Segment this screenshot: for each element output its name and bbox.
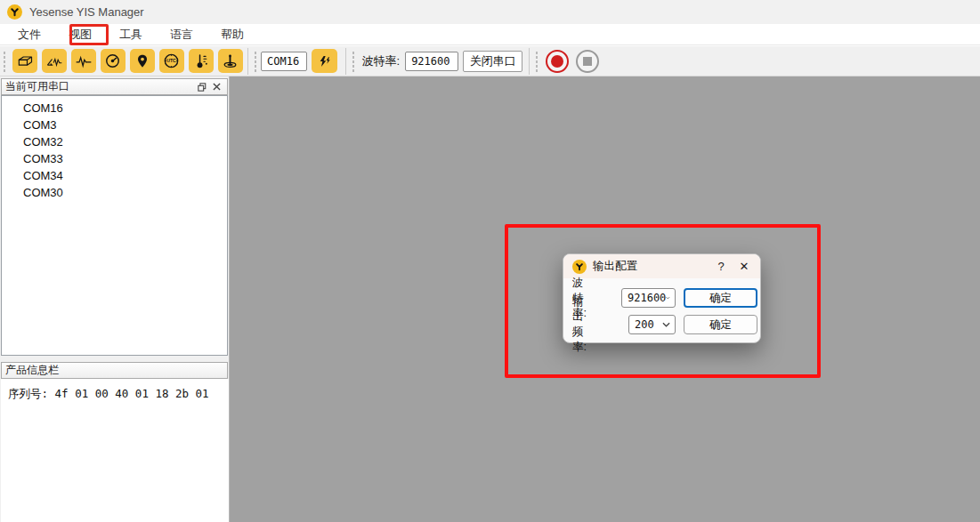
menu-view[interactable]: 视图 — [59, 24, 101, 45]
list-item[interactable]: COM33 — [2, 150, 227, 167]
menu-bar: 文件 视图 工具 语言 帮助 — [0, 24, 980, 45]
dialog-logo-icon — [572, 260, 587, 274]
temperature-icon[interactable] — [189, 49, 214, 73]
toolbar-grip[interactable] — [253, 50, 258, 73]
menu-file[interactable]: 文件 — [8, 24, 51, 45]
stop-button[interactable] — [576, 50, 599, 73]
app-window: Yesense YIS Manager 文件 视图 工具 语言 帮助 — [0, 0, 980, 522]
product-info-body: 序列号: 4f 01 00 40 01 18 2b 01 软件版本号： YIS3… — [1, 379, 229, 522]
close-panel-icon[interactable] — [209, 81, 223, 93]
dialog-output-rate-select[interactable]: 200 — [628, 315, 676, 334]
dialog-title-bar[interactable]: 输出配置 ? ✕ — [563, 254, 760, 278]
refresh-ports-button[interactable] — [312, 49, 337, 73]
toolbar-grip[interactable] — [2, 50, 7, 73]
list-item[interactable]: COM32 — [2, 133, 227, 150]
window-title: Yesense YIS Manager — [29, 5, 144, 19]
product-info-title: 产品信息栏 — [5, 363, 59, 378]
utc-clock-icon[interactable]: UTC — [159, 49, 184, 73]
chevron-down-icon — [666, 295, 670, 301]
toolbar-separator — [247, 48, 248, 75]
toolbar: UTC C — [0, 45, 980, 76]
baud-rate-label: 波特率: — [362, 53, 401, 69]
toolbar-separator — [345, 48, 346, 75]
serial-ports-panel: 当前可用串口 COM16 COM3 COM32 COM33 COM34 COM3… — [0, 76, 230, 522]
dialog-title: 输出配置 — [593, 259, 707, 274]
float-panel-icon[interactable] — [195, 81, 209, 93]
location-icon[interactable] — [130, 49, 155, 73]
list-item[interactable]: COM30 — [2, 184, 227, 201]
cube-3d-icon[interactable] — [12, 49, 37, 73]
toolbar-separator — [529, 48, 530, 75]
chevron-down-icon — [662, 322, 670, 327]
serial-number-line: 序列号: 4f 01 00 40 01 18 2b 01 — [8, 387, 229, 402]
app-logo-icon — [7, 4, 22, 20]
ports-panel-title: 当前可用串口 — [5, 79, 69, 94]
waveform-icon[interactable] — [71, 49, 96, 73]
menu-tools[interactable]: 工具 — [109, 24, 152, 45]
ports-panel-header: 当前可用串口 — [1, 78, 228, 95]
dialog-close-button[interactable]: ✕ — [735, 260, 753, 273]
product-info-header: 产品信息栏 — [1, 362, 228, 379]
dialog-baud-select[interactable]: 921600 — [621, 288, 676, 308]
toolbar-grip[interactable] — [351, 50, 356, 73]
output-config-dialog: 输出配置 ? ✕ 波特率: 921600 确定 输出频率: 200 确定 — [563, 253, 761, 343]
list-item[interactable]: COM16 — [2, 100, 227, 116]
baud-rate-select[interactable]: 921600 — [405, 52, 458, 71]
record-button[interactable] — [546, 50, 569, 73]
gauge-icon[interactable] — [101, 49, 126, 73]
title-bar: Yesense YIS Manager — [0, 0, 980, 24]
close-port-button[interactable]: 关闭串口 — [463, 51, 522, 72]
ports-list: COM16 COM3 COM32 COM33 COM34 COM30 — [1, 95, 228, 356]
record-icon — [551, 55, 563, 68]
output-rate-confirm-button[interactable]: 确定 — [684, 315, 757, 334]
list-item[interactable]: COM3 — [2, 116, 227, 133]
baud-confirm-button[interactable]: 确定 — [684, 288, 757, 308]
dialog-help-button[interactable]: ? — [713, 260, 729, 273]
toolbar-grip[interactable] — [534, 50, 539, 73]
dialog-output-rate-label: 输出频率: — [572, 294, 587, 355]
sensor-probe-icon[interactable] — [218, 49, 243, 73]
stop-icon — [583, 57, 592, 66]
menu-language[interactable]: 语言 — [160, 24, 203, 45]
list-item[interactable]: COM34 — [2, 167, 227, 184]
svg-text:UTC: UTC — [166, 58, 176, 63]
port-select[interactable]: COM16 — [261, 52, 307, 71]
angle-waveform-icon[interactable] — [42, 49, 67, 73]
menu-help[interactable]: 帮助 — [211, 24, 254, 45]
